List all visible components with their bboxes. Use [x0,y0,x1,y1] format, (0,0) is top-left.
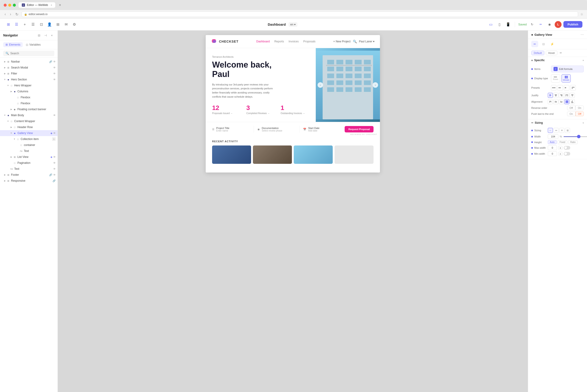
preset-option-1[interactable] [551,85,556,90]
page-user-name[interactable]: Paul Laner ▾ [359,40,374,43]
forward-button[interactable]: › [9,12,12,17]
tree-item-main-body[interactable]: ▼ ■ Main Body 👁 [0,112,58,118]
grid-icon[interactable]: ⊞ [5,21,12,28]
pen-icon-button[interactable]: ✏ [537,21,544,28]
align-top[interactable] [548,99,553,104]
width-input[interactable] [548,134,558,139]
pin-icon[interactable]: ⊣ [43,33,48,38]
tree-item-columns[interactable]: ▶ ■ Columns [0,88,58,94]
plugins-icon[interactable]: ⊞ [54,21,62,28]
refresh-icon-button[interactable]: ↻ [528,21,535,28]
tree-item-container[interactable]: □ container [0,142,58,148]
tree-item-navbar[interactable]: ▶ ⊞ Navbar 🔗 👁 [0,59,58,64]
display-rows-option[interactable]: Rows [551,74,560,82]
tree-item-floating-contact[interactable]: ▶ ◆ Floating contact banner [0,106,58,112]
search-input-wrap[interactable]: 🔍 [3,51,54,56]
sizing-fit-icon[interactable]: ⇔ [553,128,558,133]
height-auto-button[interactable]: Auto [548,140,557,144]
activity-card-3[interactable] [294,146,333,164]
tab-close-button[interactable]: × [51,4,52,6]
nav-link-reports[interactable]: Reports [274,40,284,43]
specific-section-header[interactable]: ■ Specific ▾ [528,57,587,64]
user-avatar[interactable]: L [555,21,561,28]
minwidth-input[interactable] [548,152,557,156]
state-edit-button[interactable]: ✏ [559,51,563,55]
sizing-close-icon[interactable]: ✕ [559,128,564,133]
nav-link-invoices[interactable]: Invoices [288,40,299,43]
refresh-button[interactable]: ↻ [15,12,19,17]
display-mosaic-option[interactable]: Mosaic [561,74,571,82]
tree-item-text-main[interactable]: Aa Text 👁 [0,166,58,172]
search-input[interactable] [10,52,52,55]
activity-card-2[interactable] [253,146,292,164]
reverse-off-button[interactable]: Off [567,106,575,110]
tree-item-flexbox1[interactable]: □ Flexbox [0,94,58,100]
tree-item-gallery-view[interactable]: ▼ ■ Gallery View ◈ 👁 [0,130,58,136]
tree-item-pagination[interactable]: □ Pagination 👁 [0,160,58,166]
tree-item-filter[interactable]: ▶ ⊞ Filter 👁 [0,70,58,76]
settings-icon[interactable]: ⚙ [71,21,78,28]
style-tab-style[interactable]: ✏ [531,41,538,47]
preset-option-2[interactable] [557,85,563,90]
justify-between[interactable] [564,93,569,98]
maximize-traffic-light[interactable] [13,4,16,7]
state-hover-button[interactable]: Hover [546,51,557,55]
preview-button[interactable]: ◉ [546,21,553,28]
tree-item-search-modal[interactable]: ▶ ⊞ Search Modal 👁 [0,64,58,70]
sizing-distribute-icon[interactable]: ⊞ [565,128,570,133]
mobile-view-button[interactable]: 📱 [505,21,512,28]
minwidth-toggle[interactable] [564,152,570,156]
email-icon[interactable]: ✉ [62,21,70,28]
sizing-expand-icon[interactable]: ↔ [548,128,553,133]
push-on-button[interactable]: On [567,112,575,116]
tab-elements[interactable]: ⊞ Elements [3,42,23,47]
height-ratio-button[interactable]: Ratio [568,140,577,144]
tree-item-header-row[interactable]: ▶ □ Header Row [0,124,58,130]
align-stretch[interactable] [564,99,569,104]
tree-item-hero-section[interactable]: ▼ ■ Terrance Architects Hero Section 👁 [0,76,58,82]
tab-variables[interactable]: ◻ Variables [24,42,43,47]
justify-end[interactable] [559,93,564,98]
minwidth-unit-button[interactable]: a [558,152,562,156]
maxwidth-input[interactable] [548,146,557,150]
justify-start[interactable] [548,93,553,98]
address-bar[interactable]: 🔒 editor.weweb.io [22,12,578,17]
close-traffic-light[interactable] [4,4,7,7]
style-tab-actions[interactable]: ⚡ [549,41,555,47]
request-proposal-button[interactable]: Request Proposal [345,126,374,132]
preset-option-3[interactable] [564,85,569,90]
tree-item-list-view[interactable]: ▶ ⊞ List View ◈ 👁 [0,154,58,160]
preset-option-4[interactable] [570,85,576,90]
align-middle[interactable] [553,99,558,104]
state-default-button[interactable]: Default [531,51,544,55]
tree-item-footer[interactable]: ▶ ⊞ Footer 🔗 👁 [0,172,58,178]
pages-icon[interactable]: ☰ [29,21,37,28]
tree-item-text-inner[interactable]: Aa Text [0,148,58,154]
layers-icon[interactable]: ☰ [13,21,20,28]
align-baseline[interactable] [570,99,575,104]
push-off-button[interactable]: Off [575,112,584,116]
back-button[interactable]: ‹ [4,12,7,17]
bookmark-button[interactable]: ☆ [580,12,583,16]
tree-item-flexbox2[interactable]: □ Flexbox [0,100,58,106]
tree-item-content-wrapper[interactable]: ▼ □ Content Wrapper [0,118,58,124]
tree-item-collection-item[interactable]: ▼ □ Collection item 1 [0,136,58,142]
new-tab-button[interactable]: + [58,3,62,7]
width-slider[interactable] [563,136,587,137]
minimize-traffic-light[interactable] [8,4,11,7]
sizing-section-header[interactable]: ✏ Sizing ▾ [528,119,587,126]
align-bottom[interactable] [559,99,564,104]
close-navigator-icon[interactable]: × [49,33,54,38]
desktop-view-button[interactable]: ▭ [487,21,494,28]
activity-card-1[interactable] [212,146,251,164]
add-project-button[interactable]: + New Project [333,40,351,43]
page-search-icon[interactable]: 🔍 [353,40,357,43]
browser-tab[interactable]: E Editor — WeWeb × [19,2,55,8]
maxwidth-toggle[interactable] [564,146,570,150]
maxwidth-unit-button[interactable]: a [558,146,562,150]
nav-link-dashboard[interactable]: Dashboard [256,40,270,43]
nav-link-proposals[interactable]: Proposals [303,40,316,43]
add-icon[interactable]: + [21,21,29,28]
team-icon[interactable]: 👤 [46,21,53,28]
activity-card-4[interactable] [335,146,374,164]
